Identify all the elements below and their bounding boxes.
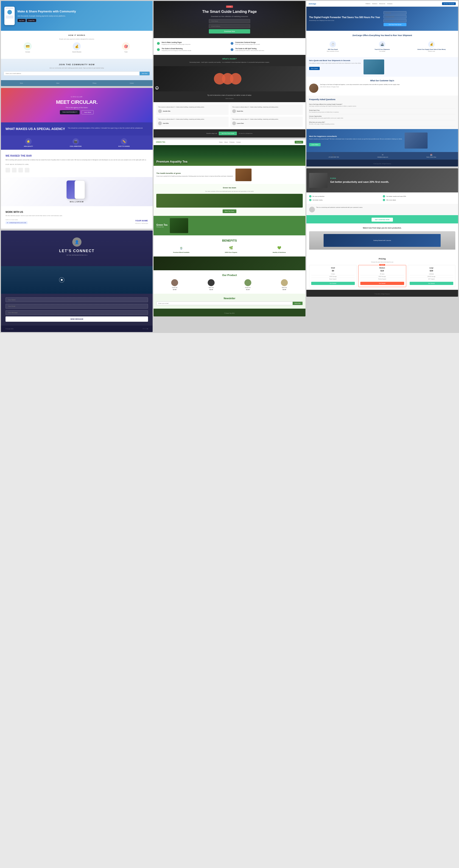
zc-happiness-text: Meet the happiness consultants Need to r… [309, 135, 402, 146]
app-store-btn[interactable]: App Store [18, 19, 26, 22]
gt-footer-copy: © Green Tea 2021 [225, 312, 235, 314]
zc-get-quote-btn[interactable]: Get a Quote [309, 67, 320, 70]
benefit-label-3: Healthy & Nutritious [273, 252, 286, 253]
sg-cta-btn[interactable]: Get Your Free Guide [219, 131, 237, 135]
offer-icon-1: ⏱️ [330, 41, 336, 48]
circular-hero-title: MEET CIRCULAR. [56, 99, 98, 105]
pricing-medium-btn[interactable]: Get Started [360, 282, 404, 285]
gt-nav-contact[interactable]: Contact [236, 142, 241, 143]
email-input[interactable] [4, 72, 139, 75]
zc-testimonial-author: John Smith, Director of Supply Chain [320, 86, 400, 88]
linkedin-icon[interactable]: in [146, 328, 148, 330]
pricing-medium-name: Medium [360, 267, 404, 269]
faq-a-1: ZenCargo combines technology with freigh… [309, 105, 455, 107]
gt-nav-products[interactable]: Products [230, 142, 234, 143]
step-2-icon: 💰 [73, 42, 81, 50]
footer-privacy[interactable]: Privacy [93, 83, 96, 84]
connect-name-input[interactable] [5, 298, 148, 302]
sg-quote-text: Try not to become a man of success but r… [157, 94, 302, 97]
zc-header-cta-btn[interactable]: Get Your Free Quote [442, 2, 456, 5]
twitter-icon[interactable]: t [145, 328, 145, 330]
zc-phone-input[interactable] [384, 19, 406, 22]
newsletter-input[interactable] [157, 302, 293, 305]
sg-email-input[interactable] [209, 24, 250, 28]
sg-hero: LIVE The Smart Guide Landing Page Downlo… [154, 1, 305, 38]
laptop-screen-text: Getting Started with Laouces [373, 240, 391, 241]
testimonial-4: This course is almost about 3 - It takes… [230, 117, 303, 127]
connect-footer-copy: © Circular 2021 [5, 328, 13, 330]
zc-hero-title: The Digital Freight Forwarder That Saves… [309, 16, 380, 19]
sg-quote-author: Albert Einstein [157, 98, 302, 99]
zc-happiness-btn[interactable]: Learn More [309, 143, 321, 146]
sg-circles [217, 73, 241, 85]
sg-cta-text: Enroll to day to & [206, 133, 217, 134]
play-button[interactable]: ▶ [155, 86, 159, 90]
connect-message-input[interactable] [5, 310, 148, 315]
zc-email-input[interactable] [384, 15, 406, 19]
join-button[interactable]: Join Now [139, 72, 150, 75]
facebook-icon[interactable]: f [143, 328, 143, 330]
pricing-medium-feature-3: Priority Support [360, 278, 404, 280]
product-1: Green Tea $14.99 [171, 279, 178, 290]
your-name-text: YOUR NAME [135, 219, 148, 222]
gt-nav-about[interactable]: About [225, 142, 228, 143]
zc-nav-platform[interactable]: Platform [366, 3, 370, 4]
live-badge: LIVE [226, 5, 233, 8]
gt-shop-btn[interactable]: Shop Now [295, 141, 303, 144]
product-price-2: $12.99 [209, 289, 213, 290]
step-2: 💰 Send & Receive [53, 42, 101, 55]
zc-book-demo[interactable]: 📅 Book a Demo Now [427, 154, 436, 158]
zc-get-quote-text: Get a Quote and Book Your Shipments in S… [309, 60, 361, 74]
footer-contact[interactable]: Contact [130, 83, 134, 84]
work-card-right: YOUR NAME PRODUCT MANAGER [135, 219, 148, 224]
connect-submit-btn[interactable]: SEND MESSAGE [5, 316, 148, 322]
pricing-large-name: Large [409, 267, 453, 269]
fork-pricing-section: Pricing Choose the plan that works best … [306, 255, 458, 290]
zc-nav-resources[interactable]: Resources [379, 3, 385, 4]
fork-hero-text: FORK Get better productivity and save 20… [330, 177, 389, 184]
benefit-2: 🌿 100% Pure Organic [225, 245, 237, 253]
fork-video-title: Watch how Fork helps you be more product… [309, 227, 455, 229]
zc-hero-subtitle: Streamlining Your Shipping From End to E… [309, 20, 380, 22]
middle-column: LIVE The Smart Guide Landing Page Downlo… [154, 1, 305, 332]
zc-footer: © ZenCargo 2021. All Rights Reserved. [306, 160, 458, 166]
gt-health-title: The health benefits of green [156, 172, 233, 174]
faq-q-2: Simple Agent Fees [309, 110, 455, 111]
gt-nav-home[interactable]: Home [219, 142, 223, 143]
sg-video: ▶ [154, 66, 305, 91]
play-store-btn[interactable]: Google Play [27, 19, 36, 22]
what-makes-right: This should be a short description of th… [68, 127, 143, 131]
circular-learn-more-btn[interactable]: Learn More [81, 110, 94, 114]
sg-download-btn[interactable]: Download Now [209, 29, 250, 33]
zc-quote-btn[interactable]: Get Your Free Quote [384, 23, 406, 26]
footer-about[interactable]: About [56, 83, 59, 84]
pricing-small-btn[interactable]: Get Started [311, 282, 355, 285]
sg-feature-dot-4 [231, 48, 233, 51]
connect-email-input[interactable] [5, 304, 148, 309]
zc-nav-solutions[interactable]: Solutions [372, 3, 378, 4]
zc-map-widget [363, 60, 384, 74]
fork-footer-copy: © Fork 2021. All Rights Reserved. [374, 293, 390, 294]
gt-nav: Home About Products Contact [219, 142, 241, 143]
product-name-2: Black Tea [209, 287, 214, 288]
gt-team-btn[interactable]: Meet The Team [223, 210, 236, 213]
pricing-large-btn[interactable]: Get Started [409, 282, 453, 285]
pricing-small-feature-2: 10GB Storage [311, 275, 355, 278]
zc-nav-company[interactable]: Company [387, 3, 393, 4]
fork-cta-btn[interactable]: GET STARTED NOW [371, 218, 393, 222]
easy-change-label: EASY TO CHANGE [119, 146, 130, 147]
offer-label-2: Track All Your Shipments [359, 49, 405, 50]
footer-home[interactable]: Home [20, 83, 23, 84]
fork-feature-2: ✓ Get better results and save 20% [383, 195, 455, 197]
zc-name-input[interactable] [384, 11, 406, 14]
sg-feature-text-1: How to Make Landing Pages Engaging and c… [162, 41, 191, 45]
work-title: WORK WITH US [5, 211, 148, 213]
feature-high-quality: ⭐ HIGH QUALITY [24, 138, 33, 147]
faq-1: How is ZenCargo different from existing … [309, 102, 455, 108]
offer-2: 🚢 Track All Your Shipments Full visibili… [359, 39, 406, 54]
sg-firstname-input[interactable] [209, 19, 250, 23]
how-it-works-title: HOW IT WORKS [4, 34, 150, 36]
circular-cta-btn1[interactable]: TAKE RESPONSIBILITY [60, 110, 79, 114]
zc-testimonial-quote: ZenCargo is the future of freight and lo… [320, 84, 400, 86]
newsletter-btn[interactable]: Subscribe [293, 302, 302, 305]
